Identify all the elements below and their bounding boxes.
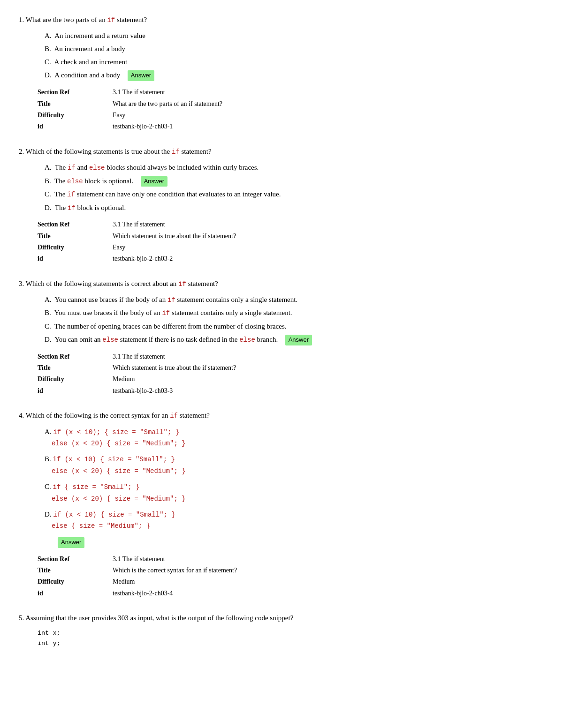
meta-label-section-ref-2: Section Ref	[38, 219, 113, 230]
meta-label-title-1: Title	[38, 98, 113, 110]
option-2c: C. The if statement can have only one co…	[45, 188, 544, 200]
answer-badge-2: Answer	[141, 176, 167, 187]
meta-table-2: Section Ref3.1 The if statement TitleWhi…	[38, 219, 236, 265]
option-4a: A. if (x < 10); { size = "Small"; } else…	[45, 426, 544, 449]
meta-label-difficulty-3: Difficulty	[38, 374, 113, 385]
q3b-code-if: if	[162, 309, 170, 317]
q2b-code-else: else	[67, 178, 83, 185]
option-3c: C. The number of opening braces can be d…	[45, 321, 544, 332]
q4a-code1: if (x < 10); { size = "Small"; }	[53, 428, 179, 436]
meta-label-id-2: id	[38, 253, 113, 264]
question-1-options: A. An increment and a return value B. An…	[45, 30, 544, 81]
question-3-text: 3. Which of the following statements is …	[19, 278, 544, 289]
question-3: 3. Which of the following statements is …	[19, 278, 544, 397]
q3d-code-else2: else	[239, 336, 255, 344]
snippet-line-1: int x;	[38, 628, 544, 638]
meta-table-3: Section Ref3.1 The if statement TitleWhi…	[38, 351, 236, 397]
question-4: 4. Which of the following is the correct…	[19, 410, 544, 599]
q4b-code2: else (x < 20) { size = "Medium"; }	[52, 467, 186, 475]
q2-code-if: if	[172, 148, 180, 156]
option-2a: A. The if and else blocks should always …	[45, 162, 544, 173]
meta-value-section-ref-2: 3.1 The if statement	[113, 219, 236, 230]
option-2b: B. The else block is optional. Answer	[45, 175, 544, 187]
meta-value-section-ref-4: 3.1 The if statement	[113, 554, 237, 565]
meta-value-section-ref-3: 3.1 The if statement	[113, 351, 236, 362]
meta-value-title-4: Which is the correct syntax for an if st…	[113, 565, 237, 576]
question-3-options: A. You cannot use braces if the body of …	[45, 294, 544, 345]
question-2-text: 2. Which of the following statements is …	[19, 146, 544, 157]
meta-table-4: Section Ref3.1 The if statement TitleWhi…	[38, 554, 237, 600]
q2c-code-if: if	[67, 191, 75, 198]
q4-code-if: if	[170, 412, 178, 420]
meta-value-id-4: testbank-bjlo-2-ch03-4	[113, 588, 237, 599]
option-4b: B. if (x < 10) { size = "Small"; } else …	[45, 453, 544, 476]
question-1: 1. What are the two parts of an if state…	[19, 14, 544, 133]
meta-label-title-3: Title	[38, 362, 113, 374]
question-5-snippet: int x; int y;	[38, 628, 544, 648]
meta-table-1: Section Ref3.1 The if statement TitleWha…	[38, 87, 222, 133]
meta-value-difficulty-4: Medium	[113, 576, 237, 587]
q4d-code2: else { size = "Medium"; }	[52, 522, 150, 530]
option-1b: B. An increment and a body	[45, 43, 544, 54]
meta-label-difficulty-4: Difficulty	[38, 576, 113, 587]
meta-value-id-2: testbank-bjlo-2-ch03-2	[113, 253, 236, 264]
meta-label-title-2: Title	[38, 231, 113, 242]
question-2-options: A. The if and else blocks should always …	[45, 162, 544, 213]
meta-label-difficulty-1: Difficulty	[38, 110, 113, 121]
q3d-code-else1: else	[102, 336, 118, 344]
meta-value-section-ref-1: 3.1 The if statement	[113, 87, 222, 98]
meta-label-id-3: id	[38, 385, 113, 397]
question-5: 5. Assuming that the user provides 303 a…	[19, 612, 544, 648]
question-2: 2. Which of the following statements is …	[19, 146, 544, 265]
meta-value-title-2: Which statement is true about the if sta…	[113, 231, 236, 242]
option-3a: A. You cannot use braces if the body of …	[45, 294, 544, 305]
meta-value-title-3: Which statement is true about the if sta…	[113, 362, 236, 374]
meta-value-difficulty-3: Medium	[113, 374, 236, 385]
option-4d: D. if (x < 10) { size = "Small"; } else …	[45, 509, 544, 532]
question-1-text: 1. What are the two parts of an if state…	[19, 14, 544, 25]
q2a-code-else: else	[89, 164, 105, 172]
question-4-options: A. if (x < 10); { size = "Small"; } else…	[45, 426, 544, 548]
q1-code-if: if	[107, 16, 115, 24]
option-1d: D. A condition and a body Answer	[45, 69, 544, 81]
meta-label-id-1: id	[38, 121, 113, 132]
option-1c: C. A check and an increment	[45, 56, 544, 68]
meta-value-id-1: testbank-bjlo-2-ch03-1	[113, 121, 222, 132]
option-3d: D. You can omit an else statement if the…	[45, 334, 544, 345]
option-1a: A. An increment and a return value	[45, 30, 544, 41]
q2a-code-if: if	[68, 164, 76, 172]
meta-label-difficulty-2: Difficulty	[38, 242, 113, 253]
meta-value-title-1: What are the two parts of an if statemen…	[113, 98, 222, 110]
q4b-code1: if (x < 10) { size = "Small"; }	[53, 456, 175, 463]
meta-label-section-ref-1: Section Ref	[38, 87, 113, 98]
meta-label-section-ref-4: Section Ref	[38, 554, 113, 565]
option-2d: D. The if block is optional.	[45, 202, 544, 213]
option-3b: B. You must use braces if the body of an…	[45, 307, 544, 318]
answer-badge-4: Answer	[58, 537, 84, 548]
meta-value-id-3: testbank-bjlo-2-ch03-3	[113, 385, 236, 397]
option-4c: C. if { size = "Small"; } else (x < 20) …	[45, 481, 544, 504]
meta-label-title-4: Title	[38, 565, 113, 576]
answer-badge-1: Answer	[128, 70, 154, 81]
snippet-line-2: int y;	[38, 638, 544, 649]
answer-container-4: Answer	[54, 536, 544, 548]
q4c-code1: if { size = "Small"; }	[53, 483, 140, 491]
meta-value-difficulty-2: Easy	[113, 242, 236, 253]
q4c-code2: else (x < 20) { size = "Medium"; }	[52, 495, 186, 503]
meta-label-section-ref-3: Section Ref	[38, 351, 113, 362]
meta-value-difficulty-1: Easy	[113, 110, 222, 121]
meta-label-id-4: id	[38, 588, 113, 599]
question-5-text: 5. Assuming that the user provides 303 a…	[19, 612, 544, 623]
q2d-code-if: if	[68, 204, 76, 212]
q4d-code1: if (x < 10) { size = "Small"; }	[53, 511, 175, 518]
question-4-text: 4. Which of the following is the correct…	[19, 410, 544, 421]
q4a-code2: else (x < 20) { size = "Medium"; }	[52, 440, 186, 447]
q3-code-if: if	[178, 280, 186, 288]
q3a-code-if: if	[167, 296, 175, 304]
answer-badge-3: Answer	[285, 335, 312, 345]
